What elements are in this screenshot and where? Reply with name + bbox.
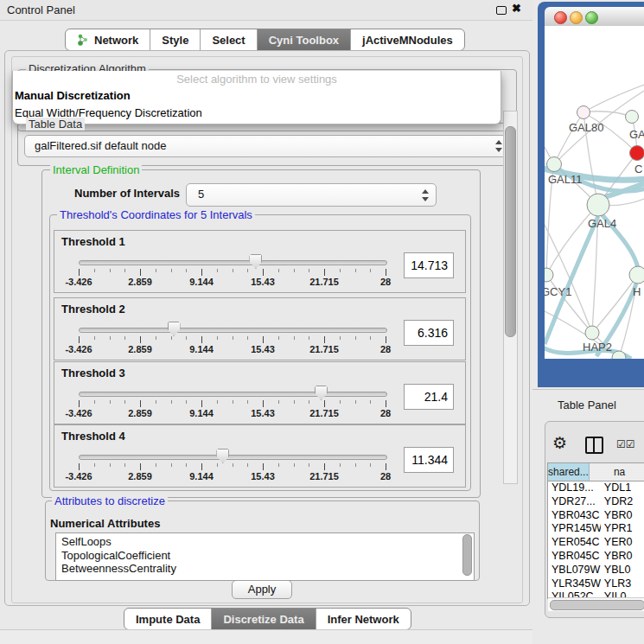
table-rows[interactable]: YDL19...YDL1YDR27...YDR2YBR043CYBR0YPR14… [548,481,644,597]
float-window-icon[interactable] [496,6,507,15]
attribute-list-item[interactable]: BetweennessCentrality [56,562,474,576]
numerical-attributes-list[interactable]: SelfLoopsTopologicalCoefficientBetweenne… [55,532,475,581]
table-row[interactable]: YDR27...YDR2 [548,495,644,509]
svg-text:H: H [633,285,641,298]
cell-name[interactable]: YBL0 [601,564,644,577]
table-row[interactable]: YIL052CYIL0 [548,590,644,597]
cell-name[interactable]: YBR0 [601,509,644,523]
threshold-2-panel: Threshold 2 -3.4262.8599.14415.4321.7152… [54,297,466,360]
threshold-4-value-field[interactable]: 11.344 [404,447,454,473]
main-scrollbar-thumb[interactable] [505,126,516,337]
table-row[interactable]: YER054CYER0 [548,536,644,550]
attribute-list-item[interactable]: TopologicalCoefficient [56,549,474,563]
tab-network[interactable]: Network [66,29,150,50]
tab-select[interactable]: Select [200,29,256,50]
threshold-2-slider-thumb[interactable] [168,322,181,336]
tab-style[interactable]: Style [150,29,200,50]
threshold-4-ticks [79,463,386,471]
table-row[interactable]: YBL079WYBL0 [548,564,644,577]
select-columns-checkboxes-icon[interactable]: ☑☑ [616,438,635,450]
control-panel-header [0,0,532,21]
control-panel-tabs: Network Style Select Cyni Toolbox jActiv… [65,29,465,51]
threshold-4-panel: Threshold 4 -3.4262.8599.14415.4321.7152… [54,424,466,488]
cell-name[interactable]: YER0 [601,536,644,550]
cell-shared-name[interactable]: YBR043C [548,509,601,523]
threshold-4-label: Threshold 4 [61,430,125,443]
algorithm-option[interactable]: Manual Discretization [13,87,501,105]
attributes-group-title: Attributes to discretize [52,494,168,507]
node-red-selected [630,146,644,161]
cell-shared-name[interactable]: YDL19... [548,481,601,495]
table-row[interactable]: YBR043CYBR0 [548,509,644,523]
algorithm-option[interactable]: Equal Width/Frequency Discretization [13,105,501,122]
cell-shared-name[interactable]: YER054C [548,536,601,550]
cell-shared-name[interactable]: YBL079W [548,564,601,577]
node-attribute-table[interactable]: shared... na YDL19...YDL1YDR27...YDR2YBR… [547,462,644,599]
table-row[interactable]: YDL19...YDL1 [548,481,644,495]
zoom-light[interactable] [585,11,598,24]
attributes-scrollbar-thumb[interactable] [462,534,472,576]
cell-name[interactable]: YPR1 [601,522,644,536]
threshold-1-value-field[interactable]: 14.713 [404,252,454,278]
cell-name[interactable]: YDL1 [601,481,644,495]
interval-definition-group-title: Interval Definition [50,163,142,176]
threshold-1-slider-thumb[interactable] [249,254,262,269]
cell-shared-name[interactable]: YPR145W [548,522,601,536]
column-header-shared-name[interactable]: shared... [548,463,590,481]
numerical-attributes-label: Numerical Attributes [50,517,160,530]
threshold-2-slider-track[interactable] [79,328,387,333]
number-of-intervals-combobox[interactable]: 5 [186,183,437,207]
table-row[interactable]: YBR045CYBR0 [548,550,644,564]
tab-discretize-data[interactable]: Discretize Data [211,609,315,629]
close-icon[interactable]: ✖ [512,2,521,15]
network-canvas[interactable]: GAL80 GA C GAL11 GAL4 GCY1 H HAP2 [545,26,644,359]
table-row[interactable]: YPR145WYPR1 [548,522,644,536]
table-hscrollbar-thumb[interactable] [550,600,644,610]
threshold-2-label: Threshold 2 [61,303,125,316]
attribute-list-item[interactable]: SelfLoops [56,535,474,549]
algorithm-popup-options: Manual DiscretizationEqual Width/Frequen… [13,87,501,122]
threshold-4-tick-labels: -3.4262.8599.14415.4321.71528 [79,471,386,481]
attributes-scrollbar[interactable] [462,534,471,576]
split-columns-icon[interactable] [585,437,603,454]
threshold-3-value-field[interactable]: 21.4 [404,384,454,410]
table-data-combobox[interactable]: galFiltered.sif default node [24,135,510,157]
table-panel-title: Table Panel [558,399,616,411]
cell-shared-name[interactable]: YLR345W [548,577,601,591]
threshold-3-slider-thumb[interactable] [315,386,328,400]
node-h [629,266,644,284]
threshold-3-slider-track[interactable] [79,392,387,397]
tab-jactivemnodules[interactable]: jActiveMNodules [350,29,464,50]
table-data-group-title: Table Data [26,118,85,131]
number-of-intervals-value: 5 [198,184,204,205]
gear-icon[interactable]: ⚙ [552,433,567,453]
table-hscrollbar[interactable] [548,597,644,611]
apply-button[interactable]: Apply [232,580,292,599]
close-light[interactable] [554,11,567,24]
cell-shared-name[interactable]: YBR045C [548,550,601,564]
threshold-2-value-field[interactable]: 6.316 [404,320,454,346]
bottom-strip [0,629,532,644]
cell-name[interactable]: YLR3 [601,577,644,591]
tab-impute-data[interactable]: Impute Data [124,609,211,629]
node-hap2 [585,326,599,340]
threshold-1-panel: Threshold 1 -3.4262.8599.14415.4321.7152… [54,230,466,293]
minimize-light[interactable] [570,11,583,24]
network-window-titlebar[interactable] [545,7,644,27]
table-panel-divider [532,389,644,390]
cell-shared-name[interactable]: YDR27... [548,495,601,509]
svg-text:C: C [634,163,642,175]
table-row[interactable]: YLR345WYLR3 [548,577,644,591]
threshold-4-slider-thumb[interactable] [216,449,229,463]
tab-infer-network[interactable]: Infer Network [316,609,411,629]
cell-name[interactable]: YIL0 [601,590,644,597]
network-icon [77,34,89,46]
combo-stepper-icon [421,189,429,201]
cell-name[interactable]: YBR0 [601,550,644,564]
tab-cyni-toolbox[interactable]: Cyni Toolbox [257,29,350,50]
cell-name[interactable]: YDR2 [601,495,644,509]
column-header-name[interactable]: na [590,463,644,481]
threshold-1-slider-track[interactable] [79,260,387,265]
cell-shared-name[interactable]: YIL052C [548,590,601,597]
threshold-4-slider-track[interactable] [79,455,387,460]
